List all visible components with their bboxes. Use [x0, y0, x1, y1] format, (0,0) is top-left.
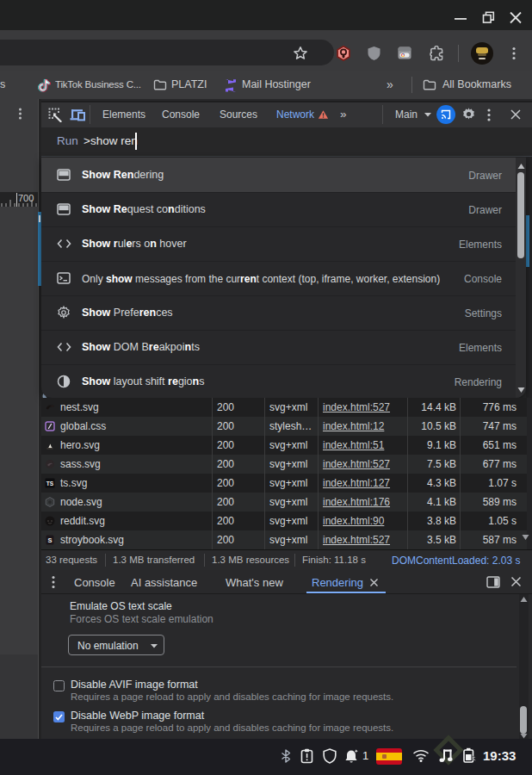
svg-text:TS: TS — [46, 480, 54, 487]
svg-text:S: S — [47, 536, 52, 544]
